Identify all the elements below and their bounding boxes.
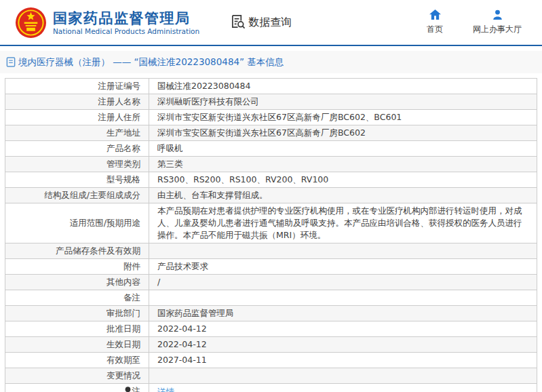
row-value: 本产品预期在对患者提供护理的专业医疗机构使用，或在专业医疗机构内部进行转运时使用… [149,203,537,243]
row-value: 国家药品监督管理局 [149,306,537,321]
table-row: 型号规格 RS300、RS200、RS100、RV200、RV100 [5,172,537,188]
row-value: 国械注准20223080484 [149,79,537,94]
data-query-label: 数据查询 [248,16,292,30]
row-value: 深圳市宝安区新安街道兴东社区67区高新奇厂房BC602、BC601 [149,110,537,125]
table-row: 审批部门 国家药品监督管理局 [5,306,537,321]
row-value: 第三类 [149,157,537,172]
row-label: 管理类别 [5,157,149,172]
row-label: 产品储存条件及有效期 [5,243,149,259]
row-label: 审批部门 [5,306,149,321]
row-value: 2022-04-12 [149,321,537,337]
row-value [149,368,537,384]
table-row: 生效日期 2022-04-12 [5,337,537,353]
row-label: 生效日期 [5,337,149,353]
table-row: 注册证编号 国械注准20223080484 [5,79,537,94]
row-label: 注册人住所 [5,110,149,125]
brand-block: 国家药品监督管理局 National Medical Products Admi… [53,9,199,36]
row-value-note: 详情 [149,384,537,392]
user-icon [492,9,503,22]
home-icon [429,9,441,22]
table-row: 产品名称 呼吸机 [5,141,537,157]
row-label: 批准日期 [5,321,149,337]
registration-info-table: 注册证编号 国械注准20223080484 注册人名称 深圳融昕医疗科技有限公司… [5,78,537,392]
row-value: 呼吸机 [149,141,537,157]
table-row: 产品储存条件及有效期 [5,243,537,259]
site-title: 国家药品监督管理局 [53,9,199,27]
document-search-icon [230,14,246,32]
table-row: 附件 产品技术要求 [5,259,537,275]
note-label: 注 [132,386,141,392]
table-row: 适用范围/预期用途 本产品预期在对患者提供护理的专业医疗机构使用，或在专业医疗机… [5,203,537,243]
table-row: 备注 [5,290,537,306]
row-label: 结构及组成/主要组成成分 [5,188,149,203]
breadcrumb: 境内医疗器械（注册） —— “国械注准20223080484” 基本信息 [0,51,542,73]
table-row: 结构及组成/主要组成成分 由主机、台车和支撑臂组成。 [5,188,537,203]
nav-home-label: 首页 [427,24,443,35]
row-label: 适用范围/预期用途 [5,203,149,243]
table-row: 生产地址 深圳市宝安区新安街道兴东社区67区高新奇厂房BC602 [5,125,537,141]
row-label: 注册人名称 [5,94,149,110]
table-row: 注册人住所 深圳市宝安区新安街道兴东社区67区高新奇厂房BC602、BC601 [5,110,537,125]
row-value: / [149,275,537,290]
table-row: 管理类别 第三类 [5,157,537,172]
row-label: 附件 [5,259,149,275]
table-row-note: 注 详情 [5,384,537,392]
table-row: 批准日期 2022-04-12 [5,321,537,337]
breadcrumb-label: 境内医疗器械（注册） —— “国械注准20223080484” 基本信息 [18,56,284,68]
row-label: 有效期至 [5,353,149,368]
document-icon [6,57,16,67]
row-label: 产品名称 [5,141,149,157]
table-row: 变更情况 [5,368,537,384]
nav-item-home[interactable]: 首页 [427,9,443,35]
row-value: 深圳市宝安区新安街道兴东社区67区高新奇厂房BC602 [149,125,537,141]
row-label-note: 注 [5,384,149,392]
row-label: 型号规格 [5,172,149,188]
row-value: 深圳融昕医疗科技有限公司 [149,94,537,110]
row-value: 产品技术要求 [149,259,537,275]
table-row: 注册人名称 深圳融昕医疗科技有限公司 [5,94,537,110]
table-row: 有效期至 2027-04-11 [5,353,537,368]
row-label: 其他内容 [5,275,149,290]
registration-info-table-wrap: 注册证编号 国械注准20223080484 注册人名称 深圳融昕医疗科技有限公司… [5,78,537,392]
nav-service-hall-label: 网上办事大厅 [473,24,522,35]
row-label: 注册证编号 [5,79,149,94]
row-label: 生产地址 [5,125,149,141]
row-value: RS300、RS200、RS100、RV200、RV100 [149,172,537,188]
row-label: 变更情况 [5,368,149,384]
top-navigation: 首页 网上办事大厅 [427,9,522,35]
bulb-icon [125,386,131,392]
row-value: 2027-04-11 [149,353,537,368]
row-value: 2022-04-12 [149,337,537,353]
row-value [149,290,537,306]
site-subtitle: National Medical Products Administration [53,27,199,36]
row-value: 由主机、台车和支撑臂组成。 [149,188,537,203]
row-label: 备注 [5,290,149,306]
national-emblem-logo [15,7,47,39]
row-value [149,243,537,259]
table-row: 其他内容 / [5,275,537,290]
page-header: 国家药品监督管理局 National Medical Products Admi… [0,0,542,46]
data-query-entry[interactable]: 数据查询 [230,14,292,32]
detail-link[interactable]: 详情 [157,387,174,392]
nav-item-service-hall[interactable]: 网上办事大厅 [473,9,522,35]
